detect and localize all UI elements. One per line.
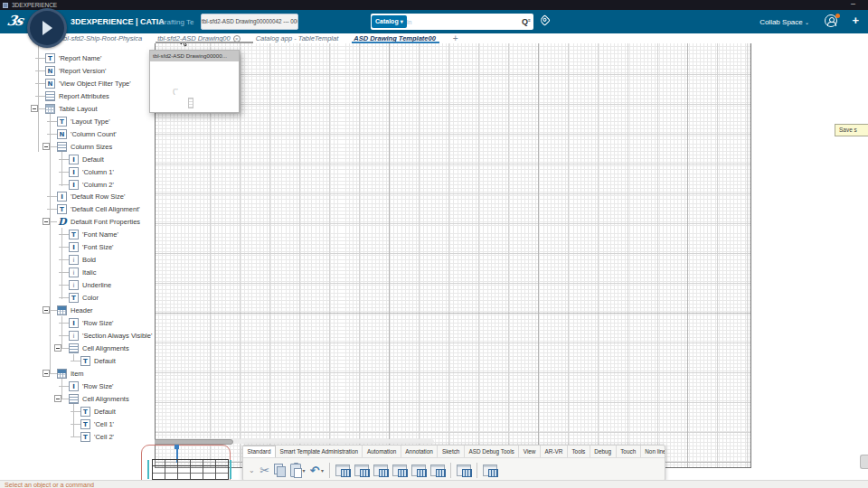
tree-item-table-layout[interactable]: Table Layout xyxy=(0,103,155,115)
tab-asd-drawing-template00[interactable]: ASD Drawing Template00 xyxy=(354,33,436,43)
table-template-icon[interactable] xyxy=(430,461,445,479)
tree-item-default[interactable]: Default xyxy=(0,406,155,418)
tree-item-view-object-filter-type[interactable]: 'View Object Filter Type' xyxy=(0,78,155,89)
toolbar-tab-asd-debug-tools[interactable]: ASD Debug Tools xyxy=(465,446,519,457)
undo-icon[interactable]: ↶ xyxy=(310,461,320,479)
tree-item-cell-1[interactable]: 'Cell 1' xyxy=(0,418,155,430)
toolbar-tab-non-linear-versioning[interactable]: Non linear versioning xyxy=(641,446,665,457)
search-icon[interactable]: Q≡ xyxy=(522,17,530,26)
tree-item-underline[interactable]: Underline xyxy=(0,279,155,291)
tab-tbl-sfd2-asd-drawing00[interactable]: tbl-sfd2-ASD Drawing00× xyxy=(157,33,240,43)
tree-item-italic[interactable]: Italic xyxy=(0,267,155,278)
paste-dropdown-caret[interactable]: ▾ xyxy=(303,461,306,479)
tag-icon[interactable] xyxy=(539,14,551,26)
table-template-icon[interactable] xyxy=(354,461,369,479)
toolbar-tab-sketch[interactable]: Sketch xyxy=(438,446,465,457)
paste-icon[interactable] xyxy=(290,461,301,479)
drawing-sheet-grid[interactable] xyxy=(155,43,751,468)
collapse-toggle[interactable] xyxy=(54,344,61,352)
tree-connector xyxy=(59,272,69,273)
tree-item-label: Default Font Properties xyxy=(71,218,140,226)
collapse-toggle[interactable] xyxy=(42,370,50,377)
minimize-button[interactable]: – xyxy=(851,0,855,8)
close-tab-icon[interactable]: × xyxy=(233,35,241,42)
add-app-button[interactable]: + xyxy=(852,14,859,27)
tree-item-default-font-properties[interactable]: Default Font Properties xyxy=(0,216,155,228)
search-bar[interactable]: Catalog ▾ Q≡ xyxy=(371,14,533,30)
tree-item-font-name[interactable]: 'Font Name' xyxy=(0,229,155,240)
toolbar-tab-tools[interactable]: Tools xyxy=(568,446,590,457)
tree-item-label: 'Cell 1' xyxy=(94,420,114,428)
text-attribute-icon xyxy=(69,293,79,303)
new-tab-button[interactable]: + xyxy=(453,33,458,43)
table-preview[interactable] xyxy=(152,459,229,480)
tree-item-cell-2[interactable]: 'Cell 2' xyxy=(0,431,155,443)
table-template-icon[interactable] xyxy=(373,461,388,479)
collapse-chevron-icon[interactable]: ⌄ xyxy=(249,461,255,479)
tree-item-report-name[interactable]: 'Report Name' xyxy=(0,52,155,64)
tree-item-layout-type[interactable]: 'Layout Type' xyxy=(0,116,155,127)
collapse-toggle[interactable] xyxy=(42,143,50,150)
tree-item-column-sizes[interactable]: Column Sizes xyxy=(0,141,155,153)
panel-edge-handle[interactable] xyxy=(860,455,868,469)
tree-item-label: 'Layout Type' xyxy=(71,117,110,126)
3dexperience-compass[interactable] xyxy=(27,8,67,48)
tree-item-column-1[interactable]: 'Column 1' xyxy=(0,166,155,178)
tree-item-color[interactable]: Color xyxy=(0,292,155,304)
drawing-viewport[interactable]: 'Report Name''Report Version''View Objec… xyxy=(0,43,868,481)
tree-connector xyxy=(71,436,80,437)
tree-item-default-cell-alignment[interactable]: 'Default Cell Alignment' xyxy=(0,203,155,215)
tree-item-column-count[interactable]: 'Column Count' xyxy=(0,128,155,140)
tree-item-default-row-size[interactable]: 'Default Row Size' xyxy=(0,191,155,202)
tree-item-cell-alignments[interactable]: Cell Alignments xyxy=(0,393,155,405)
tree-item-item[interactable]: Item xyxy=(0,368,155,380)
search-input[interactable] xyxy=(407,19,522,25)
save-button[interactable]: Save s xyxy=(835,124,868,136)
tree-item-default[interactable]: Default xyxy=(0,355,155,367)
cut-icon[interactable]: ✂ xyxy=(259,461,269,479)
tree-connector xyxy=(35,96,45,97)
collapse-toggle[interactable] xyxy=(42,306,50,314)
toolbar-tab-smart-template-administration[interactable]: Smart Template Administration xyxy=(276,446,363,457)
toolbar-tab-standard[interactable]: Standard xyxy=(243,446,276,457)
collapse-toggle[interactable] xyxy=(42,218,50,225)
toolbar-tab-touch[interactable]: Touch xyxy=(617,446,641,457)
tree-item-row-size[interactable]: 'Row Size' xyxy=(0,380,155,392)
tree-item-font-size[interactable]: 'Font Size' xyxy=(0,241,155,253)
collapse-toggle[interactable] xyxy=(31,105,38,112)
tree-connector xyxy=(71,361,80,361)
tab-catalog-app-tabletemplat[interactable]: Catalog app - TableTemplat xyxy=(256,33,339,43)
specification-tree[interactable]: 'Report Name''Report Version''View Objec… xyxy=(0,43,155,445)
chevron-down-icon: ⌄ xyxy=(805,20,809,25)
tree-item-row-size[interactable]: 'Row Size' xyxy=(0,317,155,329)
toolbar-tab-automation[interactable]: Automation xyxy=(363,446,401,457)
table-template-icon[interactable] xyxy=(457,461,471,479)
tree-connector xyxy=(35,58,45,59)
tree-item-bold[interactable]: Bold xyxy=(0,254,155,266)
selection-handle[interactable] xyxy=(175,445,179,449)
table-template-icon[interactable] xyxy=(392,461,407,479)
collab-space-selector[interactable]: Collab Space ⌄ xyxy=(760,18,809,26)
document-title-box[interactable]: tbl-sfd2-ASD Drawing00000042 --- 000 xyxy=(201,14,298,30)
tree-item-column-2[interactable]: 'Column 2' xyxy=(0,179,155,191)
toolbar-tab-view[interactable]: View xyxy=(519,446,541,457)
tree-item-report-attributes[interactable]: Report Attributes xyxy=(0,90,155,102)
tree-item-cell-alignments[interactable]: Cell Alignments xyxy=(0,343,155,354)
table-template-icon[interactable] xyxy=(335,461,350,479)
toolbar-tab-debug[interactable]: Debug xyxy=(590,446,617,457)
tab-tbl-sfd2-ship-root-physica[interactable]: tbl-sfd2-Ship-Root-Physica xyxy=(61,33,142,43)
table-template-icon[interactable] xyxy=(483,461,497,479)
undo-dropdown-caret[interactable]: ▾ xyxy=(321,461,324,479)
tree-item-report-version[interactable]: 'Report Version' xyxy=(0,65,155,77)
window-title-bar: 3DEXPERIENCE – xyxy=(0,0,868,10)
collapse-toggle[interactable] xyxy=(54,395,61,402)
copy-icon[interactable] xyxy=(274,461,286,479)
toolbar-tab-annotation[interactable]: Annotation xyxy=(401,446,439,457)
tree-item-label: Report Attributes xyxy=(59,92,109,100)
toolbar-tab-ar-vr[interactable]: AR-VR xyxy=(541,446,568,457)
table-template-icon[interactable] xyxy=(411,461,426,479)
tree-item-section-always-visible[interactable]: 'Section Always Visible' xyxy=(0,330,155,342)
search-scope-button[interactable]: Catalog ▾ xyxy=(372,15,407,28)
tree-item-header[interactable]: Header xyxy=(0,305,155,316)
tree-item-default[interactable]: Default xyxy=(0,154,155,165)
